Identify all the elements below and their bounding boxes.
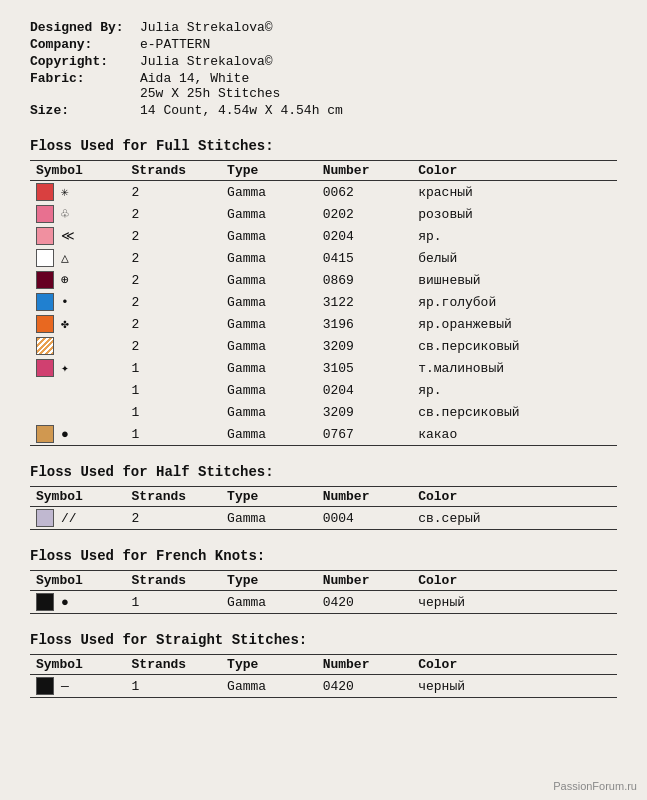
th-type: Type — [221, 487, 317, 507]
straight-stitches-table: Symbol Strands Type Number Color —1Gamma… — [30, 654, 617, 698]
full-stitches-header: Symbol Strands Type Number Color — [30, 161, 617, 181]
fabric-label: Fabric: — [30, 71, 140, 101]
symbol-cell: • — [30, 291, 126, 313]
strands-cell: 2 — [126, 507, 222, 530]
full-stitches-section: Floss Used for Full Stitches: Symbol Str… — [30, 138, 617, 446]
color-cell: вишневый — [412, 269, 617, 291]
symbol-text: ≪ — [61, 228, 75, 244]
french-knots-header: Symbol Strands Type Number Color — [30, 571, 617, 591]
symbol-text: • — [61, 295, 69, 310]
half-stitches-title: Floss Used for Half Stitches: — [30, 464, 617, 480]
table-row: 1Gamma0204яр. — [30, 379, 617, 401]
number-cell: 0202 — [317, 203, 413, 225]
number-cell: 0204 — [317, 225, 413, 247]
size-label: Size: — [30, 103, 140, 118]
watermark: PassionForum.ru — [553, 780, 637, 792]
th-number: Number — [317, 161, 413, 181]
strands-cell: 2 — [126, 181, 222, 204]
color-cell: черный — [412, 675, 617, 698]
type-cell: Gamma — [221, 591, 317, 614]
color-swatch — [36, 359, 54, 377]
symbol-text: △ — [61, 250, 69, 266]
th-number: Number — [317, 655, 413, 675]
number-cell: 0869 — [317, 269, 413, 291]
table-row: ≪2Gamma0204яр. — [30, 225, 617, 247]
type-cell: Gamma — [221, 247, 317, 269]
table-row: 2Gamma3209св.персиковый — [30, 335, 617, 357]
strands-cell: 2 — [126, 269, 222, 291]
copyright-row: Copyright: Julia Strekalova© — [30, 54, 617, 69]
symbol-text: ✳ — [61, 184, 69, 200]
strands-cell: 2 — [126, 203, 222, 225]
color-cell: яр. — [412, 225, 617, 247]
color-cell: какао — [412, 423, 617, 446]
th-strands: Strands — [126, 487, 222, 507]
th-strands: Strands — [126, 571, 222, 591]
number-cell: 3209 — [317, 401, 413, 423]
color-swatch — [36, 205, 54, 223]
company-label: Company: — [30, 37, 140, 52]
th-number: Number — [317, 571, 413, 591]
symbol-text: ⊕ — [61, 272, 69, 288]
french-knots-table: Symbol Strands Type Number Color ●1Gamma… — [30, 570, 617, 614]
strands-cell: 1 — [126, 675, 222, 698]
symbol-cell: — — [30, 675, 126, 698]
table-row: //2Gamma0004св.серый — [30, 507, 617, 530]
strands-cell: 2 — [126, 335, 222, 357]
copyright-label: Copyright: — [30, 54, 140, 69]
symbol-cell — [30, 401, 126, 423]
color-swatch — [36, 271, 54, 289]
number-cell: 0062 — [317, 181, 413, 204]
color-cell: т.малиновый — [412, 357, 617, 379]
table-row: ⊕2Gamma0869вишневый — [30, 269, 617, 291]
th-strands: Strands — [126, 161, 222, 181]
type-cell: Gamma — [221, 423, 317, 446]
strands-cell: 1 — [126, 423, 222, 446]
symbol-cell: ≪ — [30, 225, 126, 247]
th-color: Color — [412, 655, 617, 675]
th-type: Type — [221, 161, 317, 181]
th-symbol: Symbol — [30, 655, 126, 675]
type-cell: Gamma — [221, 269, 317, 291]
symbol-text: // — [61, 511, 77, 526]
number-cell: 3105 — [317, 357, 413, 379]
table-row: △2Gamma0415белый — [30, 247, 617, 269]
table-row: ✦1Gamma3105т.малиновый — [30, 357, 617, 379]
symbol-text: ● — [61, 427, 69, 442]
strands-cell: 1 — [126, 591, 222, 614]
type-cell: Gamma — [221, 203, 317, 225]
th-symbol: Symbol — [30, 571, 126, 591]
strands-cell: 2 — [126, 291, 222, 313]
symbol-cell — [30, 335, 126, 357]
color-swatch — [36, 183, 54, 201]
number-cell: 0204 — [317, 379, 413, 401]
symbol-cell: // — [30, 507, 126, 530]
symbol-cell: ♧ — [30, 203, 126, 225]
straight-stitches-title: Floss Used for Straight Stitches: — [30, 632, 617, 648]
table-row: ✳2Gamma0062красный — [30, 181, 617, 204]
th-number: Number — [317, 487, 413, 507]
straight-stitches-section: Floss Used for Straight Stitches: Symbol… — [30, 632, 617, 698]
th-strands: Strands — [126, 655, 222, 675]
company-row: Company: e-PATTERN — [30, 37, 617, 52]
symbol-text: — — [61, 679, 69, 694]
fabric-row: Fabric: Aida 14, White 25w X 25h Stitche… — [30, 71, 617, 101]
full-stitches-title: Floss Used for Full Stitches: — [30, 138, 617, 154]
color-swatch — [36, 593, 54, 611]
company-value: e-PATTERN — [140, 37, 617, 52]
strands-cell: 2 — [126, 225, 222, 247]
color-cell: яр.оранжевый — [412, 313, 617, 335]
strands-cell: 1 — [126, 357, 222, 379]
fabric-value: Aida 14, White — [140, 71, 280, 86]
strands-cell: 2 — [126, 313, 222, 335]
type-cell: Gamma — [221, 291, 317, 313]
half-stitches-section: Floss Used for Half Stitches: Symbol Str… — [30, 464, 617, 530]
half-stitches-header: Symbol Strands Type Number Color — [30, 487, 617, 507]
color-cell: яр.голубой — [412, 291, 617, 313]
symbol-text: ♧ — [61, 206, 69, 222]
symbol-cell: ● — [30, 591, 126, 614]
number-cell: 0420 — [317, 591, 413, 614]
table-row: 1Gamma3209св.персиковый — [30, 401, 617, 423]
symbol-text: ● — [61, 595, 69, 610]
number-cell: 0004 — [317, 507, 413, 530]
